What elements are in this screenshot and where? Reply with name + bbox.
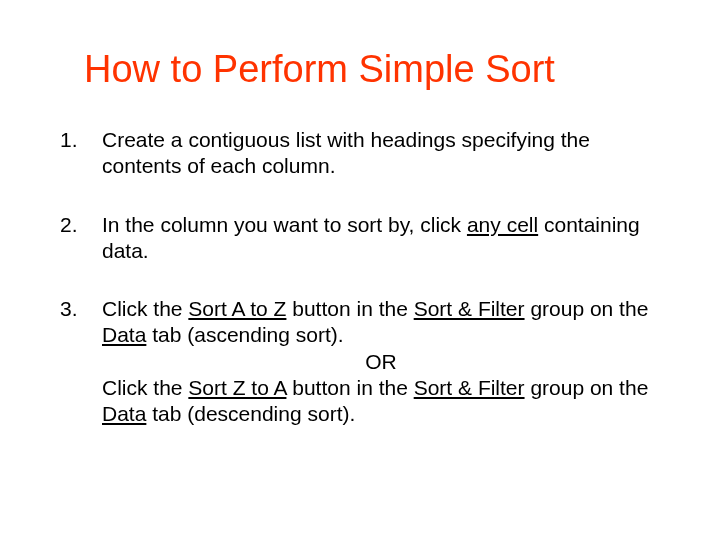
underlined-text: Sort & Filter [414,297,525,320]
list-item: 2. In the column you want to sort by, cl… [60,212,660,265]
underlined-text: Sort & Filter [414,376,525,399]
underlined-text: Data [102,323,146,346]
text-run: tab (descending sort). [146,402,355,425]
list-item: 3. Click the Sort A to Z button in the S… [60,296,660,427]
slide: How to Perform Simple Sort 1. Create a c… [0,0,720,540]
item-body: Create a contiguous list with headings s… [102,127,660,180]
item-line: Click the Sort Z to A button in the Sort… [102,375,660,428]
underlined-text: Sort Z to A [188,376,286,399]
item-number: 3. [60,296,102,322]
item-number: 1. [60,127,102,153]
text-run: In the column you want to sort by, click [102,213,467,236]
item-body: Click the Sort A to Z button in the Sort… [102,296,660,427]
text-run: button in the [286,297,413,320]
underlined-text: Sort A to Z [188,297,286,320]
slide-title: How to Perform Simple Sort [60,48,660,91]
underlined-text: any cell [467,213,538,236]
text-run: button in the [286,376,413,399]
ordered-list: 1. Create a contiguous list with heading… [60,127,660,427]
text-run: Click the [102,297,188,320]
item-body: In the column you want to sort by, click… [102,212,660,265]
text-run: tab (ascending sort). [146,323,343,346]
text-run: Click the [102,376,188,399]
text-run: group on the [525,376,649,399]
item-or-separator: OR [102,349,660,375]
item-line: Click the Sort A to Z button in the Sort… [102,296,660,349]
underlined-text: Data [102,402,146,425]
text-run: group on the [525,297,649,320]
list-item: 1. Create a contiguous list with heading… [60,127,660,180]
item-number: 2. [60,212,102,238]
